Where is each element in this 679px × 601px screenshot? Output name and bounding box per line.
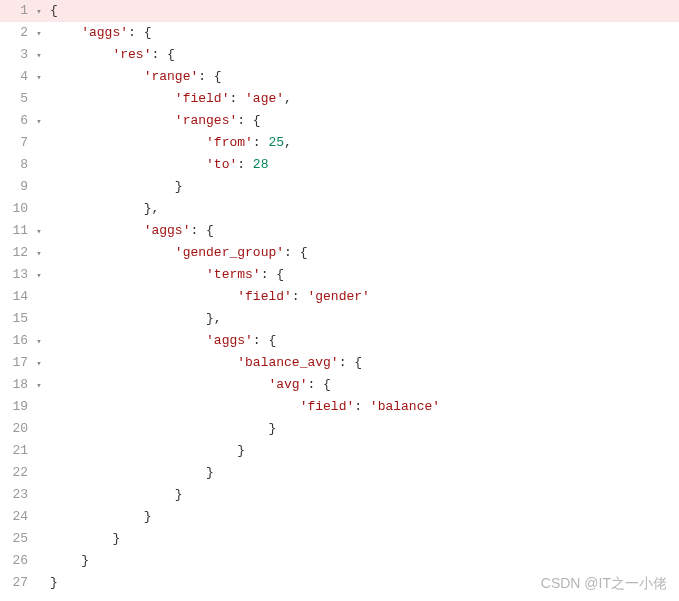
fold-toggle-icon[interactable]: ▾: [32, 66, 46, 89]
code-content[interactable]: }: [46, 176, 183, 198]
line-number: 24: [0, 506, 32, 528]
code-content[interactable]: },: [46, 198, 159, 220]
fold-spacer: [32, 528, 46, 529]
token-punct: :: [229, 91, 245, 106]
code-line[interactable]: 25 }: [0, 528, 679, 550]
code-line[interactable]: 8 'to': 28: [0, 154, 679, 176]
code-line[interactable]: 15 },: [0, 308, 679, 330]
token-punct: : {: [307, 377, 330, 392]
code-content[interactable]: 'res': {: [46, 44, 175, 66]
code-content[interactable]: }: [46, 418, 276, 440]
token-punct: : {: [237, 113, 260, 128]
code-line[interactable]: 18▾ 'avg': {: [0, 374, 679, 396]
code-content[interactable]: }: [46, 484, 183, 506]
code-content[interactable]: 'aggs': {: [46, 22, 151, 44]
token-punct: ,: [284, 135, 292, 150]
fold-spacer: [32, 176, 46, 177]
code-content[interactable]: 'to': 28: [46, 154, 268, 176]
code-content[interactable]: }: [46, 572, 58, 594]
code-content[interactable]: 'ranges': {: [46, 110, 261, 132]
code-content[interactable]: 'range': {: [46, 66, 222, 88]
code-content[interactable]: }: [46, 550, 89, 572]
token-punct: : {: [198, 69, 221, 84]
code-line[interactable]: 24 }: [0, 506, 679, 528]
code-line[interactable]: 6▾ 'ranges': {: [0, 110, 679, 132]
line-number: 1: [0, 0, 32, 22]
token-key: 'gender_group': [175, 245, 284, 260]
fold-spacer: [32, 88, 46, 89]
line-number: 25: [0, 528, 32, 550]
code-content[interactable]: 'gender_group': {: [46, 242, 307, 264]
code-content[interactable]: 'aggs': {: [46, 330, 276, 352]
code-content[interactable]: }: [46, 528, 120, 550]
fold-toggle-icon[interactable]: ▾: [32, 242, 46, 265]
line-number: 8: [0, 154, 32, 176]
fold-toggle-icon[interactable]: ▾: [32, 352, 46, 375]
token-key: 'range': [144, 69, 199, 84]
token-key: 'aggs': [144, 223, 191, 238]
code-line[interactable]: 27}: [0, 572, 679, 594]
line-number: 12: [0, 242, 32, 264]
code-content[interactable]: 'balance_avg': {: [46, 352, 362, 374]
code-content[interactable]: 'avg': {: [46, 374, 331, 396]
token-key: 'avg': [268, 377, 307, 392]
fold-toggle-icon[interactable]: ▾: [32, 0, 46, 23]
code-line[interactable]: 4▾ 'range': {: [0, 66, 679, 88]
line-number: 22: [0, 462, 32, 484]
token-key: 'aggs': [206, 333, 253, 348]
code-line[interactable]: 14 'field': 'gender': [0, 286, 679, 308]
fold-toggle-icon[interactable]: ▾: [32, 44, 46, 67]
fold-toggle-icon[interactable]: ▾: [32, 110, 46, 133]
code-content[interactable]: }: [46, 440, 245, 462]
fold-spacer: [32, 198, 46, 199]
code-line[interactable]: 17▾ 'balance_avg': {: [0, 352, 679, 374]
code-content[interactable]: }: [46, 506, 151, 528]
code-content[interactable]: }: [46, 462, 214, 484]
fold-toggle-icon[interactable]: ▾: [32, 374, 46, 397]
fold-toggle-icon[interactable]: ▾: [32, 22, 46, 45]
code-content[interactable]: {: [46, 0, 58, 22]
token-key: 'aggs': [81, 25, 128, 40]
fold-spacer: [32, 418, 46, 419]
code-line[interactable]: 21 }: [0, 440, 679, 462]
token-punct: }: [112, 531, 120, 546]
line-number: 23: [0, 484, 32, 506]
line-number: 26: [0, 550, 32, 572]
code-line[interactable]: 19 'field': 'balance': [0, 396, 679, 418]
code-line[interactable]: 3▾ 'res': {: [0, 44, 679, 66]
token-punct: : {: [253, 333, 276, 348]
code-content[interactable]: },: [46, 308, 222, 330]
code-line[interactable]: 2▾ 'aggs': {: [0, 22, 679, 44]
fold-toggle-icon[interactable]: ▾: [32, 220, 46, 243]
token-punct: :: [237, 157, 253, 172]
code-line[interactable]: 9 }: [0, 176, 679, 198]
code-line[interactable]: 22 }: [0, 462, 679, 484]
code-line[interactable]: 1▾{: [0, 0, 679, 22]
code-line[interactable]: 16▾ 'aggs': {: [0, 330, 679, 352]
code-line[interactable]: 10 },: [0, 198, 679, 220]
code-line[interactable]: 23 }: [0, 484, 679, 506]
code-line[interactable]: 26 }: [0, 550, 679, 572]
code-content[interactable]: 'field': 'gender': [46, 286, 370, 308]
fold-toggle-icon[interactable]: ▾: [32, 264, 46, 287]
code-editor[interactable]: 1▾{2▾ 'aggs': {3▾ 'res': {4▾ 'range': {5…: [0, 0, 679, 594]
token-punct: }: [81, 553, 89, 568]
fold-spacer: [32, 572, 46, 573]
fold-toggle-icon[interactable]: ▾: [32, 330, 46, 353]
code-line[interactable]: 11▾ 'aggs': {: [0, 220, 679, 242]
token-punct: },: [206, 311, 222, 326]
token-key: 'to': [206, 157, 237, 172]
line-number: 27: [0, 572, 32, 594]
token-punct: }: [268, 421, 276, 436]
code-line[interactable]: 12▾ 'gender_group': {: [0, 242, 679, 264]
token-key: 'gender': [307, 289, 369, 304]
code-line[interactable]: 7 'from': 25,: [0, 132, 679, 154]
code-content[interactable]: 'field': 'age',: [46, 88, 292, 110]
code-content[interactable]: 'aggs': {: [46, 220, 214, 242]
code-line[interactable]: 20 }: [0, 418, 679, 440]
code-content[interactable]: 'from': 25,: [46, 132, 292, 154]
code-content[interactable]: 'terms': {: [46, 264, 284, 286]
code-content[interactable]: 'field': 'balance': [46, 396, 440, 418]
code-line[interactable]: 13▾ 'terms': {: [0, 264, 679, 286]
code-line[interactable]: 5 'field': 'age',: [0, 88, 679, 110]
